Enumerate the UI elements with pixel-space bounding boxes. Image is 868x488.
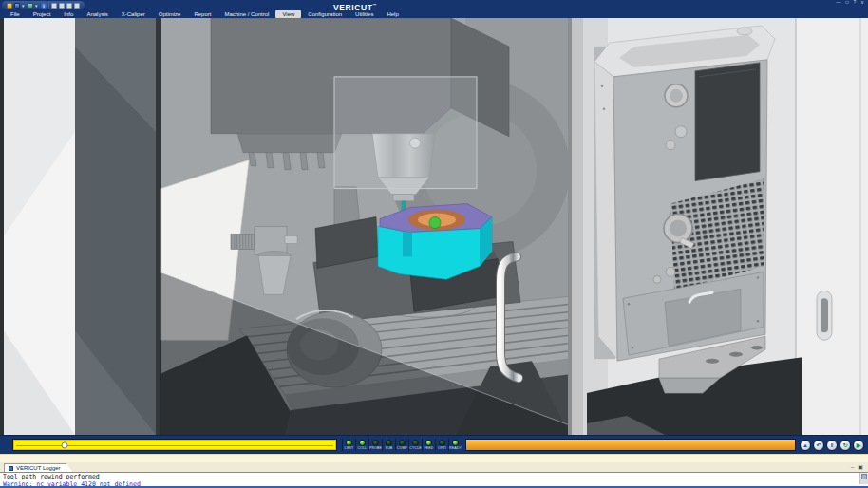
status-led[interactable]: SUB (382, 439, 395, 451)
scrollbar-arrow-down[interactable] (860, 479, 868, 484)
workpiece (378, 204, 492, 280)
window-controls: — □ ? ∨ (836, 0, 865, 6)
save-icon[interactable] (14, 3, 20, 9)
timeline-slider-handle[interactable] (62, 441, 68, 448)
chevron-down-icon[interactable]: ▾ (35, 3, 39, 9)
rotary-knob[interactable] (653, 275, 661, 283)
log-line: Warning: nc_variable 4120 not defined (3, 481, 857, 488)
menu-file[interactable]: File (4, 10, 27, 18)
led-indicator-icon (372, 440, 379, 446)
info-icon[interactable]: i (41, 3, 47, 9)
window-restore-button[interactable]: □ (845, 0, 850, 6)
spindle-glass-panel (334, 77, 477, 189)
status-led[interactable]: PROBE (368, 439, 382, 451)
layout-single-icon[interactable] (51, 3, 57, 9)
logger-tab-row: VERICUT Logger – ▣ (0, 462, 868, 472)
nc-program-progress-bar (465, 439, 796, 451)
pendant-screen (695, 63, 760, 181)
status-led[interactable]: COLL (355, 439, 368, 451)
menu-project[interactable]: Project (27, 10, 58, 18)
status-led[interactable]: FEED (422, 439, 435, 451)
rotary-knob[interactable] (666, 267, 675, 276)
play-to-end-button[interactable]: ↻ (840, 440, 851, 451)
toolbar-separator (48, 2, 49, 9)
status-strip (0, 454, 868, 462)
play-button[interactable]: ▶ (853, 440, 864, 451)
stop-button[interactable]: ‖ (826, 440, 838, 451)
app-title: VERICUT™ (333, 0, 377, 13)
menu-x-caliper[interactable]: X-Caliper (115, 10, 152, 18)
single-step-button[interactable]: ↶ (813, 440, 824, 451)
menu-view[interactable]: View (275, 10, 301, 18)
led-indicator-icon (439, 440, 445, 446)
window-minimize-button[interactable]: — (836, 0, 842, 6)
led-indicator-icon (346, 440, 352, 446)
ribbon-collapse-button[interactable]: ∨ (859, 0, 865, 6)
quick-access-toolbar: ▾ ▾ i (2, 1, 85, 9)
led-indicator-icon (399, 440, 406, 446)
rotary-knob[interactable] (666, 141, 675, 150)
logger-scrollbar[interactable] (859, 473, 868, 484)
logger-panel-controls: – ▣ (851, 464, 863, 470)
timeline-slider[interactable] (12, 439, 337, 451)
nc-program-progress-fill (466, 440, 795, 450)
open-project-icon[interactable] (7, 3, 12, 9)
logger-minimize-button[interactable]: – (851, 464, 854, 470)
status-led[interactable]: READY (448, 439, 462, 451)
led-indicator-icon (412, 440, 419, 446)
tab-vericut-logger[interactable]: VERICUT Logger (4, 463, 73, 472)
logger-window-icon (9, 466, 13, 471)
simulation-control-bar: LIMIT COLL PROBE SUB (0, 435, 868, 454)
menu-bar: File Project Info Analysis X-Caliper Opt… (0, 10, 868, 18)
tools-icon[interactable] (28, 3, 33, 9)
status-led[interactable]: LIMIT (342, 439, 355, 451)
layout-grid-icon[interactable] (66, 3, 72, 9)
menu-report[interactable]: Report (187, 10, 217, 18)
menu-optimize[interactable]: Optimize (152, 10, 188, 18)
status-led-cluster: LIMIT COLL PROBE SUB (342, 439, 462, 451)
title-bar: ▾ ▾ i VERICUT™ — □ ? ∨ (0, 0, 868, 10)
chevron-down-icon[interactable]: ▾ (22, 3, 26, 9)
rotary-knob[interactable] (675, 126, 687, 138)
layout-split-icon[interactable] (59, 3, 65, 9)
led-indicator-icon (386, 440, 392, 446)
led-indicator-icon (359, 440, 366, 446)
logger-maximize-button[interactable]: ▣ (858, 464, 863, 470)
simulation-viewport[interactable] (0, 18, 868, 435)
ribbon-help-button[interactable]: ? (853, 0, 858, 6)
menu-help[interactable]: Help (380, 10, 405, 18)
status-led[interactable]: CYCLE (408, 439, 422, 451)
reset-button[interactable]: ▲ (800, 440, 811, 451)
status-led[interactable]: COMP (395, 439, 408, 451)
menu-analysis[interactable]: Analysis (80, 10, 114, 18)
playback-controls: ▲ ↶ ‖ ↻ ▶ (800, 440, 864, 451)
layout-restore-icon[interactable] (74, 3, 80, 9)
vericut-window: ▾ ▾ i VERICUT™ — □ ? ∨ (0, 0, 868, 488)
led-indicator-icon (425, 440, 432, 446)
menu-machine-control[interactable]: Machine / Control (217, 10, 275, 18)
logger-output: Tool path rewind performed Warning: nc_v… (0, 472, 868, 488)
menu-info[interactable]: Info (57, 10, 80, 18)
status-led[interactable]: OPTI (435, 439, 448, 451)
left-enclosure-door (0, 18, 161, 435)
led-indicator-icon (452, 440, 459, 446)
